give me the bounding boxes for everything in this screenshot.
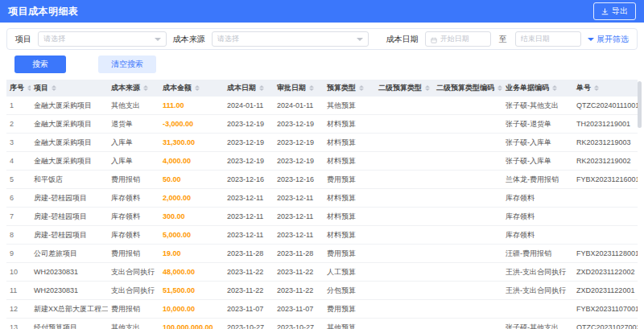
table-cell: 库存领料: [108, 226, 159, 245]
table-row: 11WH20230831支出合同执行51,500.002023-11-22202…: [6, 282, 638, 300]
table-cell: 退货单: [108, 115, 159, 134]
table-cell: [375, 300, 433, 319]
page: 项目成本明细表 导出 项目 请选择 成本来源 请选择 成本日期: [0, 0, 644, 329]
table-cell: 材料预算: [324, 226, 375, 245]
table-cell: 入库单: [108, 152, 159, 171]
sort-icon[interactable]: [594, 85, 599, 91]
table-cell: 新建XX总部大厦工程二期: [31, 300, 108, 319]
table-cell: QTZC20231027002: [573, 319, 638, 329]
table-cell: 4: [6, 152, 31, 171]
action-button-row: 搜索 清空搜索: [14, 56, 638, 73]
table-row: 2金融大厦采购项目退货单-3,000.002023-12-192023-12-1…: [6, 115, 638, 134]
table-cell: 其他支出: [108, 319, 159, 329]
column-header[interactable]: 审批日期: [274, 80, 324, 97]
table-cell: 材料预算: [324, 115, 375, 134]
table-cell: 2023-11-22: [274, 263, 324, 282]
table-cell: 2023-12-19: [224, 152, 274, 171]
table-cell: 19.00: [159, 245, 224, 263]
sort-icon[interactable]: [143, 85, 148, 91]
date-start-input[interactable]: 开始日期: [425, 31, 491, 47]
table-cell: ZXD20231122002: [573, 263, 638, 282]
table-cell: 2,000.00: [159, 189, 224, 208]
export-button[interactable]: 导出: [593, 2, 636, 20]
table-cell: 和平饭店: [31, 171, 108, 189]
table-cell: 50.00: [159, 171, 224, 189]
sort-icon[interactable]: [259, 85, 264, 91]
table-cell: 材料预算: [324, 134, 375, 152]
table-cell: [573, 226, 638, 245]
table-cell: 其他预算: [324, 97, 375, 115]
column-header[interactable]: 预算类型: [324, 80, 375, 97]
chevron-down-icon: [588, 38, 594, 41]
column-header[interactable]: 二级预算类型: [375, 80, 433, 97]
table-cell: 张子硕-入库单: [502, 152, 573, 171]
table-row: 13经付预算项目其他支出100,000,000.002023-10-272023…: [6, 319, 638, 329]
table-cell: 张子硕-入库单: [502, 134, 573, 152]
table-cell: [433, 97, 502, 115]
sort-icon[interactable]: [552, 85, 557, 91]
sort-icon[interactable]: [309, 85, 314, 91]
date-start-placeholder: 开始日期: [440, 34, 469, 44]
table-cell: 10: [6, 263, 31, 282]
column-header[interactable]: 二级预算类型编码: [433, 80, 502, 97]
cost-source-filter-label: 成本来源: [173, 34, 205, 45]
chevron-down-icon: [155, 38, 161, 41]
column-header[interactable]: 序号: [6, 80, 31, 97]
expand-filter-label: 展开筛选: [597, 34, 629, 45]
calendar-icon: [431, 32, 437, 47]
expand-filter-link[interactable]: 展开筛选: [588, 34, 629, 45]
table-cell: 11: [6, 282, 31, 300]
table-cell: [375, 189, 433, 208]
table-cell: [433, 245, 502, 263]
sort-icon[interactable]: [359, 85, 364, 91]
table-cell: [433, 134, 502, 152]
table-cell: 6: [6, 189, 31, 208]
table-cell: [433, 171, 502, 189]
project-select-placeholder: 请选择: [43, 34, 65, 44]
column-header[interactable]: 成本金额: [159, 80, 224, 97]
column-header-label: 单号: [576, 83, 591, 93]
cost-table: 序号项目成本来源成本金额成本日期审批日期预算类型二级预算类型二级预算类型编码业务…: [6, 80, 638, 329]
search-button[interactable]: 搜索: [14, 56, 66, 73]
sort-icon[interactable]: [497, 85, 502, 91]
table-cell: [433, 152, 502, 171]
column-header[interactable]: 成本来源: [108, 80, 159, 97]
table-row: 5和平饭店费用报销50.002023-12-162023-12-16费用预算兰体…: [6, 171, 638, 189]
table-cell: 2024-01-11: [274, 97, 324, 115]
cost-table-wrap: 序号项目成本来源成本金额成本日期审批日期预算类型二级预算类型二级预算类型编码业务…: [6, 80, 638, 329]
export-label: 导出: [612, 6, 628, 17]
cost-source-select[interactable]: 请选择: [212, 31, 369, 47]
table-cell: 支出合同执行: [108, 282, 159, 300]
column-header[interactable]: 单号: [573, 80, 638, 97]
table-cell: [433, 208, 502, 226]
table-cell: [375, 245, 433, 263]
sort-icon[interactable]: [52, 85, 56, 91]
table-row: 6房建-碧桂园项目库存领料2,000.002023-12-112023-12-1…: [6, 189, 638, 208]
project-filter-label: 项目: [15, 34, 31, 45]
scrollbar-thumb[interactable]: [638, 81, 642, 128]
table-cell: [433, 189, 502, 208]
table-cell: 2023-12-19: [274, 152, 324, 171]
column-header[interactable]: 成本日期: [224, 80, 274, 97]
clear-search-button[interactable]: 清空搜索: [98, 56, 156, 73]
cost-date-filter-label: 成本日期: [386, 34, 419, 45]
table-cell: 3: [6, 134, 31, 152]
table-cell: [573, 189, 638, 208]
page-header: 项目成本明细表 导出: [0, 0, 644, 23]
table-cell: [375, 171, 433, 189]
sort-icon[interactable]: [195, 85, 200, 91]
table-cell: 51,500.00: [159, 282, 224, 300]
sort-icon[interactable]: [425, 85, 430, 91]
project-select[interactable]: 请选择: [38, 31, 167, 47]
table-cell: 经付预算项目: [31, 319, 108, 329]
column-header[interactable]: 业务单据编码: [502, 80, 573, 97]
column-header-label: 二级预算类型: [378, 83, 422, 93]
page-title: 项目成本明细表: [8, 5, 79, 19]
table-cell: 费用预算: [324, 245, 375, 263]
table-cell: 库存领料: [108, 208, 159, 226]
table-cell: 2023-12-11: [274, 189, 324, 208]
date-end-input[interactable]: 结束日期: [515, 31, 581, 47]
column-header[interactable]: 项目: [31, 80, 108, 97]
sort-icon[interactable]: [27, 85, 31, 91]
table-cell: [375, 208, 433, 226]
